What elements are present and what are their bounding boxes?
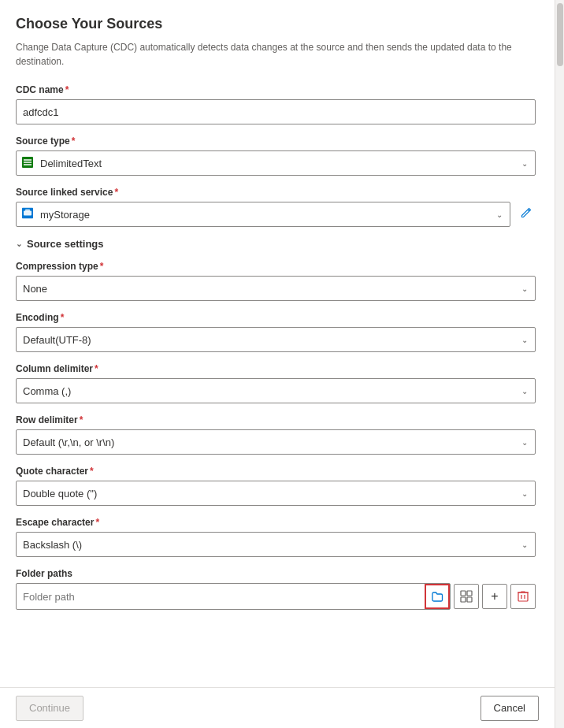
scrollbar-thumb[interactable] xyxy=(557,3,563,66)
linked-service-select-wrapper: myStorage ⌄ xyxy=(16,202,510,227)
folder-paths-label: Folder paths xyxy=(16,568,536,579)
folder-path-input[interactable] xyxy=(17,584,425,609)
column-delimiter-select[interactable]: Comma (,) xyxy=(16,378,536,403)
escape-character-select-wrapper: Backslash (\) ⌄ xyxy=(16,532,536,557)
scrollbar[interactable] xyxy=(555,0,564,728)
source-linked-service-label: Source linked service* xyxy=(16,187,536,198)
source-type-select[interactable]: DelimitedText xyxy=(16,150,536,176)
quote-character-select[interactable]: Double quote (") xyxy=(16,481,536,506)
source-settings-header[interactable]: ⌄ Source settings xyxy=(16,238,536,250)
storage-icon xyxy=(22,208,33,221)
escape-character-group: Escape character* Backslash (\) ⌄ xyxy=(16,517,536,557)
encoding-select[interactable]: Default(UTF-8) xyxy=(16,327,536,352)
cdc-name-label: CDC name* xyxy=(16,84,536,95)
column-delimiter-label: Column delimiter* xyxy=(16,363,536,374)
footer: Continue Cancel xyxy=(0,687,555,728)
cancel-button[interactable]: Cancel xyxy=(481,696,539,721)
source-type-select-wrapper: DelimitedText ⌄ xyxy=(16,150,536,176)
compression-type-select[interactable]: None xyxy=(16,276,536,301)
folder-paths-row: + xyxy=(16,583,536,610)
compression-type-label: Compression type* xyxy=(16,261,536,272)
encoding-group: Encoding* Default(UTF-8) ⌄ xyxy=(16,312,536,352)
escape-character-label: Escape character* xyxy=(16,517,536,528)
source-settings-chevron-icon: ⌄ xyxy=(16,240,22,248)
quote-character-select-wrapper: Double quote (") ⌄ xyxy=(16,481,536,506)
browse-folder-button[interactable] xyxy=(425,584,450,609)
column-delimiter-select-wrapper: Comma (,) ⌄ xyxy=(16,378,536,403)
column-delimiter-group: Column delimiter* Comma (,) ⌄ xyxy=(16,363,536,403)
quote-character-label: Quote character* xyxy=(16,466,536,477)
svg-rect-9 xyxy=(461,597,466,602)
source-linked-service-select[interactable]: myStorage xyxy=(16,202,510,227)
quote-character-group: Quote character* Double quote (") ⌄ xyxy=(16,466,536,506)
compression-type-select-wrapper: None ⌄ xyxy=(16,276,536,301)
escape-character-select[interactable]: Backslash (\) xyxy=(16,532,536,557)
folder-actions xyxy=(425,584,450,609)
main-panel: Choose Your Sources Change Data Capture … xyxy=(0,0,551,610)
delete-folder-button[interactable] xyxy=(510,584,536,609)
row-delimiter-group: Row delimiter* Default (\r,\n, or \r\n) … xyxy=(16,414,536,455)
page-title: Choose Your Sources xyxy=(16,16,536,32)
cdc-name-input[interactable] xyxy=(16,99,536,124)
cdc-name-group: CDC name* xyxy=(16,84,536,124)
svg-rect-8 xyxy=(467,591,472,596)
svg-rect-11 xyxy=(518,592,528,601)
continue-button: Continue xyxy=(16,696,83,721)
source-type-label: Source type* xyxy=(16,136,536,147)
source-linked-service-group: Source linked service* myStorage ⌄ xyxy=(16,187,536,227)
source-type-group: Source type* DelimitedText ⌄ xyxy=(16,136,536,176)
folder-input-container xyxy=(16,583,451,610)
svg-rect-7 xyxy=(461,591,466,596)
edit-linked-service-icon[interactable] xyxy=(517,203,536,225)
row-delimiter-select-wrapper: Default (\r,\n, or \r\n) ⌄ xyxy=(16,429,536,455)
linked-service-row: myStorage ⌄ xyxy=(16,202,536,227)
svg-rect-6 xyxy=(25,210,30,212)
page-description: Change Data Capture (CDC) automatically … xyxy=(16,40,536,69)
compression-type-group: Compression type* None ⌄ xyxy=(16,261,536,301)
svg-rect-10 xyxy=(467,597,472,602)
encoding-select-wrapper: Default(UTF-8) ⌄ xyxy=(16,327,536,352)
source-settings-section: ⌄ Source settings xyxy=(16,238,536,250)
schema-button[interactable] xyxy=(454,584,479,609)
encoding-label: Encoding* xyxy=(16,312,536,323)
row-delimiter-select[interactable]: Default (\r,\n, or \r\n) xyxy=(16,429,536,455)
add-folder-button[interactable]: + xyxy=(482,584,507,609)
folder-paths-section: Folder paths xyxy=(16,568,536,610)
row-delimiter-label: Row delimiter* xyxy=(16,414,536,425)
